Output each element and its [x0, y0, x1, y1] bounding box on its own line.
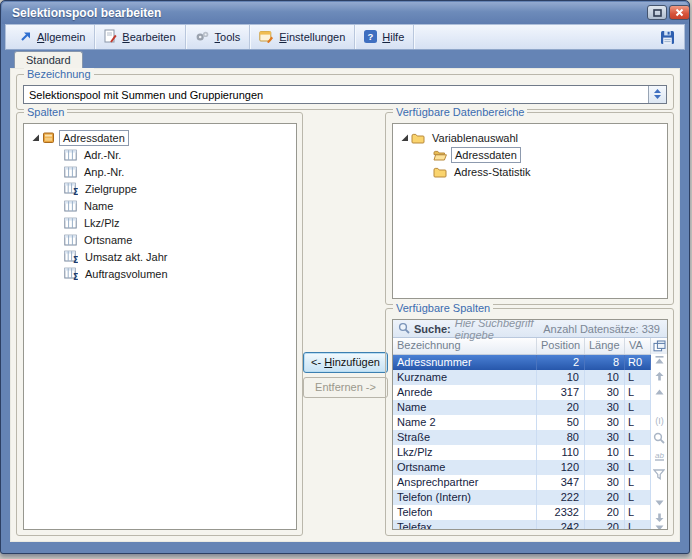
group-verfuegbare-spalten-label: Verfügbare Spalten — [393, 302, 493, 315]
tree-item-anp-nr-[interactable]: Anp.-Nr. — [24, 163, 296, 180]
restore-icon — [653, 7, 662, 19]
tree-item-adressdaten[interactable]: Adressdaten — [393, 146, 667, 163]
tree-item-name[interactable]: Name — [24, 197, 296, 214]
cell-len: 20 — [585, 505, 625, 520]
bezeichnung-combobox[interactable]: Selektionspool mit Summen und Gruppierun… — [23, 85, 667, 104]
move-up-icon[interactable] — [653, 370, 665, 382]
toolbar-item-label: Einstellungen — [279, 31, 345, 43]
table-row[interactable]: Name2030L — [393, 400, 667, 415]
column-icon — [64, 234, 77, 246]
open-folder-icon — [433, 149, 447, 161]
page-down-icon[interactable] — [653, 496, 665, 508]
cell-len: 10 — [585, 445, 625, 460]
restore-button[interactable] — [647, 5, 667, 20]
close-button[interactable] — [669, 5, 690, 20]
scroll-bottom-icon[interactable] — [653, 522, 665, 530]
tree-item-label: Adress-Statistik — [451, 165, 533, 179]
cell-pos: 110 — [537, 445, 585, 460]
table-row[interactable]: Ansprechpartner34730L — [393, 475, 667, 490]
table-row[interactable]: Lkz/Plz11010L — [393, 445, 667, 460]
tab-standard[interactable]: Standard — [14, 51, 83, 69]
table-nav-strip: (I)ab — [651, 354, 667, 529]
tree-item-umsatz-akt-jahr[interactable]: ΣUmsatz akt. Jahr — [24, 248, 296, 265]
toolbar-item-label: Allgemein — [37, 31, 85, 43]
toolbar-item-tools[interactable]: Tools — [186, 25, 251, 49]
group-datenbereiche: Verfügbare Datenbereiche Variablenauswah… — [385, 112, 674, 305]
cell-name: Telefon (Intern) — [393, 490, 537, 505]
toolbar-item-hilfe[interactable]: ?Hilfe — [355, 25, 414, 49]
column-header-position[interactable]: Position — [537, 338, 585, 354]
tree-item-zielgruppe[interactable]: ΣZielgruppe — [24, 180, 296, 197]
column-header-länge[interactable]: Länge — [585, 338, 625, 354]
tree-item-lkz-plz[interactable]: Lkz/Plz — [24, 214, 296, 231]
table-row[interactable]: Adressnummer28R0 — [393, 355, 667, 370]
tree-item-label: Ortsname — [81, 233, 135, 247]
filter-icon[interactable] — [653, 468, 665, 480]
combo-dropdown-button[interactable] — [648, 86, 666, 103]
table-rows: Adressnummer28R0Kurzname1010LAnrede31730… — [393, 355, 667, 530]
cell-name: Adressnummer — [393, 355, 537, 370]
column-icon — [64, 217, 77, 229]
goto-icon[interactable]: (I) — [653, 414, 665, 426]
tree-item-variablenauswahl[interactable]: Variablenauswahl — [393, 129, 667, 146]
tree-item-auftragsvolumen[interactable]: ΣAuftragsvolumen — [24, 265, 296, 282]
table-row[interactable]: Telefax24220L — [393, 520, 667, 530]
window-title: Selektionspool bearbeiten — [12, 6, 161, 20]
tree-item-label: Name — [81, 199, 116, 213]
table-row[interactable]: Straße8030L — [393, 430, 667, 445]
text-search-icon[interactable]: ab — [653, 450, 665, 462]
table-row[interactable]: Telefon233220L — [393, 505, 667, 520]
column-header-bezeichnung[interactable]: Bezeichnung — [393, 338, 537, 354]
remove-button[interactable]: Entfernen -> — [303, 377, 388, 398]
table-row[interactable]: Kurzname1010L — [393, 370, 667, 385]
group-bezeichnung: Bezeichnung Selektionspool mit Summen un… — [16, 74, 674, 110]
group-bezeichnung-label: Bezeichnung — [24, 68, 94, 81]
tree-item-label: Umsatz akt. Jahr — [82, 250, 171, 264]
settings-icon — [259, 30, 274, 45]
cell-name: Telefax — [393, 520, 537, 530]
tree-item-label: Lkz/Plz — [81, 216, 122, 230]
cell-len: 30 — [585, 460, 625, 475]
search-icon[interactable] — [653, 432, 665, 444]
column-chooser-button[interactable] — [651, 338, 667, 354]
tree-item-ortsname[interactable]: Ortsname — [24, 231, 296, 248]
tree-item-label: Zielgruppe — [82, 182, 140, 196]
arrow-up-right-icon — [19, 30, 32, 45]
column-sum-icon: Σ — [64, 182, 78, 195]
toolbar-item-bearbeiten[interactable]: Bearbeiten — [95, 25, 185, 49]
tree-item-adr-nr-[interactable]: Adr.-Nr. — [24, 146, 296, 163]
toolbar-item-label: Bearbeiten — [122, 31, 175, 43]
table-row[interactable]: Telefon (Intern)22220L — [393, 490, 667, 505]
table-row[interactable]: Anrede31730L — [393, 385, 667, 400]
search-label: Suche: — [414, 323, 451, 335]
page-up-icon[interactable] — [653, 386, 665, 398]
cell-pos: 317 — [537, 385, 585, 400]
table-row[interactable]: Ortsname12030L — [393, 460, 667, 475]
cell-len: 20 — [585, 490, 625, 505]
folder-icon — [411, 132, 425, 144]
spalten-tree[interactable]: AdressdatenAdr.-Nr.Anp.-Nr.ΣZielgruppeNa… — [23, 123, 297, 530]
tree-item-adress-statistik[interactable]: Adress-Statistik — [393, 163, 667, 180]
save-icon — [660, 30, 675, 47]
table-row[interactable]: Name 25030L — [393, 415, 667, 430]
cell-len: 10 — [585, 370, 625, 385]
toolbar-item-einstellungen[interactable]: Einstellungen — [250, 25, 355, 49]
column-sum-icon: Σ — [64, 267, 78, 280]
tree-item-adressdaten-root[interactable]: Adressdaten — [24, 129, 296, 146]
table-header[interactable]: BezeichnungPositionLängeVA — [393, 338, 667, 355]
search-bar[interactable]: Suche: Hier Suchbegriff eingebe Anzahl D… — [393, 320, 667, 338]
toolbar-items: AllgemeinBearbeitenToolsEinstellungen?Hi… — [6, 25, 684, 49]
titlebar[interactable]: Selektionspool bearbeiten — [2, 2, 688, 24]
cell-va: L — [625, 520, 651, 530]
expander-icon[interactable] — [397, 133, 411, 142]
scroll-top-icon[interactable] — [653, 354, 665, 366]
datenbereiche-tree[interactable]: VariablenauswahlAdressdatenAdress-Statis… — [392, 123, 668, 299]
column-header-va[interactable]: VA — [625, 338, 651, 354]
expander-icon[interactable] — [28, 133, 42, 142]
save-button[interactable] — [658, 29, 676, 47]
cell-len: 30 — [585, 400, 625, 415]
column-icon — [64, 200, 77, 212]
add-button[interactable]: <- Hinzufügen — [303, 352, 388, 373]
cell-va: L — [625, 385, 651, 400]
toolbar-item-allgemein[interactable]: Allgemein — [10, 25, 95, 49]
